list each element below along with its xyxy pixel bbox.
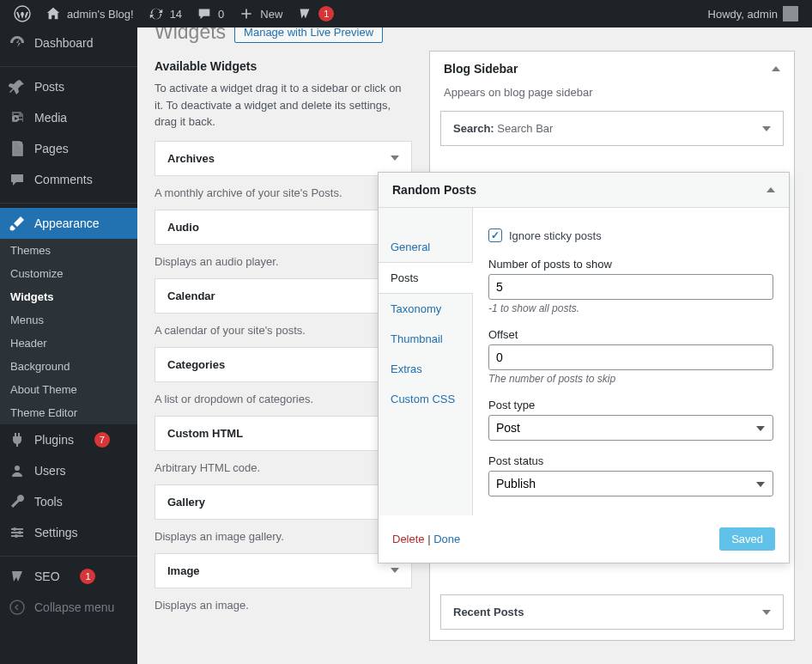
submenu-widgets[interactable]: Widgets [0,285,137,308]
new-label: New [260,8,282,21]
widget-audio[interactable]: Audio [155,210,412,245]
seo-count: 1 [80,569,95,584]
menu-dashboard[interactable]: Dashboard [0,27,137,58]
svg-point-9 [15,534,18,538]
page-heading: Widgets Manage with Live Preview [155,27,795,51]
plugin-icon [9,431,26,448]
submenu-header[interactable]: Header [0,332,137,355]
widget-archives[interactable]: Archives [155,141,412,176]
saved-button[interactable]: Saved [719,527,775,551]
yoast-notif[interactable]: 1 [289,0,341,27]
menu-settings[interactable]: Settings [0,517,137,548]
widget-calendar[interactable]: Calendar [155,278,412,314]
wordpress-icon [14,5,31,22]
menu-tools[interactable]: Tools [0,486,137,517]
comments-count: 0 [218,8,224,21]
done-link[interactable]: Done [433,533,460,545]
chevron-down-icon [762,126,771,131]
admin-bar-right: Howdy, admin [701,0,805,27]
site-name-label: admin's Blog! [67,8,134,21]
menu-comments[interactable]: Comments [0,164,137,195]
new-content[interactable]: New [231,0,289,27]
updates[interactable]: 14 [141,0,189,27]
widget-name: Categories [167,358,225,371]
menu-pages-label: Pages [34,142,69,155]
submenu-customize[interactable]: Customize [0,262,137,285]
menu-pages[interactable]: Pages [0,133,137,164]
menu-posts[interactable]: Posts [0,71,137,102]
submenu-menus[interactable]: Menus [0,308,137,332]
menu-tools-label: Tools [34,495,63,509]
menu-comments-label: Comments [34,173,93,186]
widget-name: Calendar [167,289,215,302]
tab-general[interactable]: General [379,232,472,262]
editor-header[interactable]: Random Posts [379,173,789,208]
menu-users[interactable]: Users [0,455,137,486]
menu-separator [0,552,137,557]
admin-bar: admin's Blog! 14 0 New 1 Howdy, admin [0,0,812,27]
svg-point-8 [18,531,21,534]
menu-dashboard-label: Dashboard [34,36,94,50]
menu-appearance-label: Appearance [34,216,100,230]
chevron-down-icon [762,610,771,615]
site-name[interactable]: admin's Blog! [38,0,141,27]
svg-point-10 [10,600,24,614]
menu-collapse[interactable]: Collapse menu [0,592,137,623]
menu-appearance[interactable]: Appearance [0,208,137,239]
menu-media[interactable]: Media [0,102,137,133]
ignore-sticky-checkbox[interactable]: ✓ [488,228,502,242]
submenu-about-theme[interactable]: About Theme [0,378,137,401]
svg-rect-2 [13,142,22,155]
ignore-sticky-label: Ignore sticky posts [509,229,602,242]
tab-posts[interactable]: Posts [379,262,473,294]
widget-categories[interactable]: Categories [155,347,412,382]
page-title: Widgets [155,27,226,44]
tools-icon [9,493,26,510]
num-posts-input[interactable] [488,274,773,300]
comments-bubble[interactable]: 0 [189,0,231,27]
post-status-label: Post status [488,454,773,467]
menu-posts-label: Posts [34,80,64,94]
widget-name: Gallery [167,496,205,509]
submenu-themes[interactable]: Themes [0,239,137,262]
tab-extras[interactable]: Extras [379,354,472,384]
widget-audio-desc: Displays an audio player. [155,245,412,278]
comments-icon [9,171,26,188]
howdy-label: Howdy, admin [708,8,778,21]
widget-name: Image [167,564,200,577]
collapse-icon [9,599,26,616]
submenu-background[interactable]: Background [0,355,137,378]
users-icon [9,462,26,479]
submenu-theme-editor[interactable]: Theme Editor [0,401,137,424]
live-preview-button[interactable]: Manage with Live Preview [234,27,383,43]
widget-archives-desc: A monthly archive of your site's Posts. [155,176,412,210]
widget-recent-posts[interactable]: Recent Posts [440,594,784,630]
widget-editor: Random Posts General Posts Taxonomy Thum… [378,172,790,563]
panel-blog-sidebar-header[interactable]: Blog Sidebar [430,52,794,86]
menu-users-label: Users [34,464,66,478]
offset-input[interactable] [488,344,773,370]
widget-name: Archives [167,152,215,165]
admin-bar-left: admin's Blog! 14 0 New 1 [7,0,341,27]
chevron-up-icon [767,187,775,192]
widget-search[interactable]: Search: Search Bar [440,111,784,146]
widget-image[interactable]: Image [155,553,412,588]
tab-custom-css[interactable]: Custom CSS [379,384,472,414]
menu-plugins[interactable]: Plugins 7 [0,424,137,455]
search-label: Search: [453,122,494,135]
panel-desc: Appears on blog page sidebar [430,86,794,111]
menu-seo[interactable]: SEO 1 [0,561,137,592]
tab-taxonomy[interactable]: Taxonomy [379,294,472,324]
tab-thumbnail[interactable]: Thumbnail [379,324,472,354]
widget-gallery[interactable]: Gallery [155,484,412,520]
svg-point-3 [15,466,20,471]
post-status-select[interactable]: Publish [488,471,773,496]
chevron-up-icon [772,66,780,71]
notif-count: 1 [318,6,334,21]
menu-separator [0,199,137,204]
delete-link[interactable]: Delete [392,533,425,545]
post-type-select[interactable]: Post [488,415,773,441]
widget-custom-html[interactable]: Custom HTML [155,416,412,451]
account[interactable]: Howdy, admin [701,0,805,27]
wp-logo[interactable] [7,0,38,27]
